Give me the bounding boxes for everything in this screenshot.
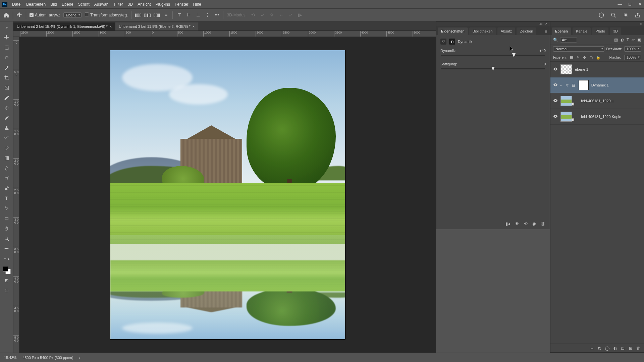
- layer-fx-icon[interactable]: fx: [598, 346, 601, 351]
- tab-bibliotheken[interactable]: Bibliotheken: [469, 27, 496, 35]
- magic-wand-tool[interactable]: [2, 64, 11, 72]
- workspace-icon[interactable]: ▣: [623, 12, 629, 18]
- auto-select-dropdown[interactable]: Ebene: [63, 12, 82, 18]
- saettigung-slider[interactable]: [441, 68, 545, 69]
- dynamik-slider[interactable]: [441, 55, 545, 56]
- move-tool[interactable]: [2, 34, 11, 42]
- status-doc-info[interactable]: 4500 Px x 5400 Px (300 ppcm): [22, 356, 73, 360]
- view-previous-icon[interactable]: 👁: [515, 221, 519, 226]
- saettigung-value[interactable]: 0: [529, 62, 546, 66]
- distribute-v-icon[interactable]: ⋮: [204, 12, 210, 18]
- align-top-icon[interactable]: ⊤: [176, 12, 182, 18]
- auto-select-checkbox[interactable]: ✓Autom. ausw.:: [30, 13, 60, 17]
- ruler-horizontal[interactable]: 2500200015001000500050010001500200025003…: [13, 31, 436, 37]
- 3d-slide-icon[interactable]: ↔: [278, 12, 284, 18]
- menu-auswahl[interactable]: Auswahl: [94, 2, 109, 7]
- healing-tool[interactable]: [2, 104, 11, 112]
- menu-3d[interactable]: 3D: [128, 2, 133, 7]
- tab-absatz[interactable]: Absatz: [497, 27, 516, 35]
- home-icon[interactable]: [3, 12, 9, 18]
- adjustment-mask-icon[interactable]: ▽: [440, 39, 446, 45]
- align-bottom-icon[interactable]: ⊥: [195, 12, 201, 18]
- tab-kanaele[interactable]: Kanäle: [573, 27, 591, 35]
- adjustment-collapse-icon[interactable]: ▽: [566, 83, 569, 87]
- menu-hilfe[interactable]: Hilfe: [193, 2, 201, 7]
- visibility-toggle[interactable]: [553, 82, 558, 88]
- more-options-icon[interactable]: •••: [214, 12, 220, 18]
- 3d-scale-icon[interactable]: ⤢: [287, 12, 293, 18]
- menu-ebene[interactable]: Ebene: [62, 2, 73, 7]
- reset-icon[interactable]: ⟲: [524, 221, 528, 226]
- menu-bild[interactable]: Bild: [50, 2, 57, 7]
- filter-pixel-icon[interactable]: ▧: [614, 38, 618, 42]
- tab-eigenschaften[interactable]: Eigenschaften: [438, 27, 468, 35]
- dodge-tool[interactable]: [2, 174, 11, 182]
- edit-toolbar-icon[interactable]: ⋯▸: [2, 255, 11, 263]
- filter-type-icon[interactable]: T: [627, 38, 629, 42]
- pen-tool[interactable]: [2, 184, 11, 192]
- transform-checkbox[interactable]: Transformationssteg.: [85, 12, 128, 17]
- screen-mode-icon[interactable]: ▢: [2, 286, 11, 294]
- visibility-toggle[interactable]: [553, 98, 558, 104]
- tab-3d[interactable]: 3D: [610, 27, 621, 35]
- search-icon[interactable]: [610, 12, 616, 18]
- layer-name[interactable]: Ebene 1: [575, 67, 641, 71]
- align-right-icon[interactable]: ▯▯▮: [154, 12, 160, 18]
- align-center-v-icon[interactable]: ⊢: [185, 12, 192, 18]
- canvas[interactable]: [110, 50, 345, 339]
- tab-pfade[interactable]: Pfade: [592, 27, 608, 35]
- 3d-pan-icon[interactable]: ✥: [269, 12, 275, 18]
- layer-name[interactable]: Dynamik 1: [591, 83, 641, 87]
- link-mask-icon[interactable]: ⛓: [572, 83, 575, 87]
- new-layer-icon[interactable]: ⊞: [629, 346, 632, 351]
- filter-smart-icon[interactable]: ▣: [637, 38, 641, 42]
- clip-to-layer-icon[interactable]: ▮◂: [505, 221, 510, 226]
- marquee-tool[interactable]: [2, 44, 11, 52]
- link-layers-icon[interactable]: ⫘: [590, 346, 594, 351]
- eyedropper-tool[interactable]: [2, 94, 11, 102]
- zoom-tool[interactable]: [2, 235, 11, 243]
- canvas-viewport[interactable]: [19, 37, 436, 353]
- new-group-icon[interactable]: 🗀: [621, 346, 625, 351]
- 3d-orbit-icon[interactable]: ⟲: [250, 12, 256, 18]
- color-swatches[interactable]: [3, 266, 11, 274]
- tab-zeichen[interactable]: Zeichen: [517, 27, 536, 35]
- distribute-h-icon[interactable]: ≡: [163, 12, 169, 18]
- share-icon[interactable]: [635, 12, 641, 18]
- search-icon[interactable]: 🔍: [553, 38, 558, 42]
- menu-fenster[interactable]: Fenster: [175, 2, 189, 7]
- menu-datei[interactable]: Datei: [12, 2, 21, 7]
- layer-row[interactable]: ▣feld-406181_1920...: [550, 93, 644, 109]
- tab-ebenen[interactable]: Ebenen: [552, 27, 571, 35]
- filter-adjust-icon[interactable]: ◐: [621, 38, 624, 42]
- layer-thumbnail[interactable]: [560, 64, 572, 74]
- status-zoom[interactable]: 15.43%: [4, 356, 16, 360]
- brush-tool[interactable]: [2, 114, 11, 122]
- menu-bearbeiten[interactable]: Bearbeiten: [26, 2, 46, 7]
- rectangle-tool[interactable]: [2, 215, 11, 223]
- frame-tool[interactable]: [2, 84, 11, 92]
- lock-transparency-icon[interactable]: ▦: [570, 55, 573, 59]
- cloud-docs-icon[interactable]: [598, 12, 604, 18]
- type-tool[interactable]: T: [2, 194, 11, 202]
- hand-tool[interactable]: [2, 225, 11, 233]
- path-select-tool[interactable]: [2, 204, 11, 213]
- visibility-toggle[interactable]: [553, 114, 558, 119]
- lasso-tool[interactable]: [2, 54, 11, 62]
- layer-mask-thumbnail[interactable]: [579, 80, 589, 90]
- 3d-camera-icon[interactable]: ▮▸: [297, 12, 303, 18]
- history-brush-tool[interactable]: [2, 134, 11, 142]
- ruler-vertical[interactable]: 05 0 01 0 0 01 5 0 02 0 0 02 5 0 03 0 0 …: [13, 37, 19, 353]
- menu-filter[interactable]: Filter: [114, 2, 123, 7]
- lock-all-icon[interactable]: 🔒: [596, 55, 600, 60]
- collapse-toolbox-icon[interactable]: »: [2, 23, 11, 32]
- toggle-visibility-icon[interactable]: ◉: [532, 221, 536, 226]
- close-panel-icon[interactable]: ✕: [545, 22, 548, 25]
- panel-menu-icon[interactable]: ≡: [640, 22, 642, 25]
- document-tab-2[interactable]: Unbenannt-3 bei 11,9% (Ebene 2, RGB/8) *…: [115, 22, 198, 31]
- menu-schrift[interactable]: Schrift: [78, 2, 90, 7]
- window-minimize-icon[interactable]: —: [618, 2, 622, 6]
- gradient-tool[interactable]: [2, 154, 11, 162]
- new-adjustment-icon[interactable]: ◐: [613, 346, 617, 351]
- lock-pixels-icon[interactable]: ✎: [577, 55, 580, 59]
